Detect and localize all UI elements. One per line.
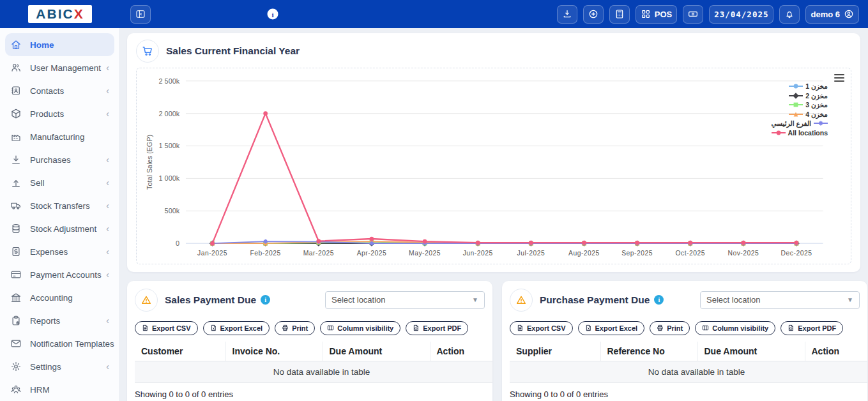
export-csv-button[interactable]: Export CSV [135,321,198,335]
sidebar-item-hrm[interactable]: HRM [5,378,114,401]
logo[interactable]: ABICX [0,5,120,23]
column-header-reference-no[interactable]: Reference No [600,342,697,361]
purchase-due-location-select[interactable]: Select location▼ [700,291,860,309]
svg-text:Nov-2025: Nov-2025 [727,250,759,257]
svg-text:Apr-2025: Apr-2025 [357,250,387,257]
legend-label: مخزن 1 [805,82,828,90]
file-csv-icon [142,324,149,331]
chevron-left-icon: ‹ [106,155,109,164]
button-label: Export PDF [798,324,836,332]
file-excel-icon [210,324,217,331]
svg-text:Feb-2025: Feb-2025 [250,250,281,257]
svg-text:1 500k: 1 500k [159,142,180,149]
user-menu-button[interactable]: demo 6 [805,5,859,24]
legend-item[interactable]: مخزن 2 [771,92,828,100]
logo-text: ABIC [36,6,73,21]
column-header-action[interactable]: Action [805,342,867,361]
dollar-doc-icon [10,246,22,257]
box-icon [10,108,22,119]
svg-text:Jan-2025: Jan-2025 [197,250,227,257]
sidebar-item-home[interactable]: Home [5,33,114,56]
legend-item[interactable]: مخزن 3 [771,101,828,109]
cash-icon [688,9,698,19]
chevron-left-icon: ‹ [106,63,109,72]
chevron-left-icon: ‹ [106,178,109,187]
column-header-due-amount[interactable]: Due Amount [323,342,430,361]
svg-text:Dec-2025: Dec-2025 [781,250,812,257]
sidebar-item-expenses[interactable]: Expenses‹ [5,240,114,263]
legend-item[interactable]: الفرع الرئيسي [771,119,828,127]
date-button[interactable]: 23/04/2025 [709,5,773,24]
home-icon [10,39,22,50]
export-pdf-button[interactable]: Export PDF [406,321,468,335]
envelope-icon [10,338,22,349]
info-icon[interactable]: i [268,9,278,20]
column-header-due-amount[interactable]: Due Amount [697,342,805,361]
column-header-customer[interactable]: Customer [135,342,225,361]
sidebar-item-reports[interactable]: Reports‹ [5,309,114,332]
file-pdf-icon [413,324,420,331]
columns-icon [702,324,709,331]
clipboard-icon [10,315,22,326]
button-label: Export PDF [423,324,461,332]
sidebar-item-manufacturing[interactable]: Manufacturing [5,125,114,148]
download-button[interactable] [557,5,577,24]
button-label: Print [292,324,308,332]
empty-table-message: No data available in table [135,361,492,382]
print-button[interactable]: Print [275,321,315,335]
legend-label: الفرع الرئيسي [771,119,811,127]
factory-icon [10,131,22,142]
notifications-button[interactable] [779,5,800,24]
main-content: Sales Current Financial Year مخزن 1مخزن … [120,28,868,401]
svg-text:Total Sales (EGP): Total Sales (EGP) [146,135,153,190]
sales-due-location-select[interactable]: Select location▼ [325,291,485,309]
column-header-invoice-no[interactable]: Invoice No. [225,342,323,361]
sidebar-item-products[interactable]: Products‹ [5,102,114,125]
export-pdf-button[interactable]: Export PDF [780,321,843,335]
add-button[interactable] [583,5,604,24]
svg-text:Oct-2025: Oct-2025 [675,250,705,257]
column-header-supplier[interactable]: Supplier [510,342,600,361]
select-value: Select location [706,295,761,305]
button-label: Column visibility [712,324,768,332]
legend-label: مخزن 4 [805,110,828,118]
pos-button[interactable]: POS [636,5,677,24]
sidebar-item-user-management[interactable]: User Management‹ [5,56,114,79]
register-button[interactable] [683,5,703,24]
svg-text:500k: 500k [165,207,180,215]
info-icon[interactable]: i [654,295,664,305]
legend-item[interactable]: مخزن 4 [771,110,828,118]
caret-down-icon: ▼ [847,296,853,303]
sidebar-item-label: Expenses [30,247,68,257]
sidebar-item-sell[interactable]: Sell‹ [5,171,114,194]
bank-icon [10,292,22,303]
sidebar-item-settings[interactable]: Settings‹ [5,355,114,378]
legend-item[interactable]: مخزن 1 [771,82,828,90]
sidebar-item-purchases[interactable]: Purchases‹ [5,148,114,171]
info-icon[interactable]: i [261,295,270,305]
calculator-button[interactable] [609,5,630,24]
sidebar-item-accounting[interactable]: Accounting [5,286,114,309]
column-visibility-button[interactable]: Column visibility [695,321,775,335]
arrow-down-icon [10,154,22,165]
legend-item[interactable]: All locations [771,129,828,137]
sidebar-item-payment-accounts[interactable]: Payment Accounts‹ [5,263,114,286]
top-navbar: ABICX i POS23/04/2025demo 6 [0,0,868,28]
sidebar-item-contacts[interactable]: Contacts‹ [5,79,114,102]
export-excel-button[interactable]: Export Excel [578,321,645,335]
printer-icon [282,324,289,331]
caret-down-icon: ▼ [472,296,478,303]
column-header-action[interactable]: Action [430,342,492,361]
sidebar-item-stock-transfers[interactable]: Stock Transfers‹ [5,194,114,217]
export-csv-button[interactable]: Export CSV [510,321,573,335]
print-button[interactable]: Print [650,321,690,335]
export-excel-button[interactable]: Export Excel [203,321,270,335]
sidebar-toggle-button[interactable] [130,5,151,24]
plus-circle-icon [588,9,598,19]
chart-context-menu-icon[interactable] [834,74,844,82]
sidebar-item-stock-adjustment[interactable]: Stock Adjustment‹ [5,217,114,240]
svg-text:Mar-2025: Mar-2025 [303,250,334,257]
sidebar-item-notification-templates[interactable]: Notification Templates [5,332,114,355]
column-visibility-button[interactable]: Column visibility [320,321,400,335]
chart-area: مخزن 1مخزن 2مخزن 3مخزن 4الفرع الرئيسيAll… [136,68,851,264]
